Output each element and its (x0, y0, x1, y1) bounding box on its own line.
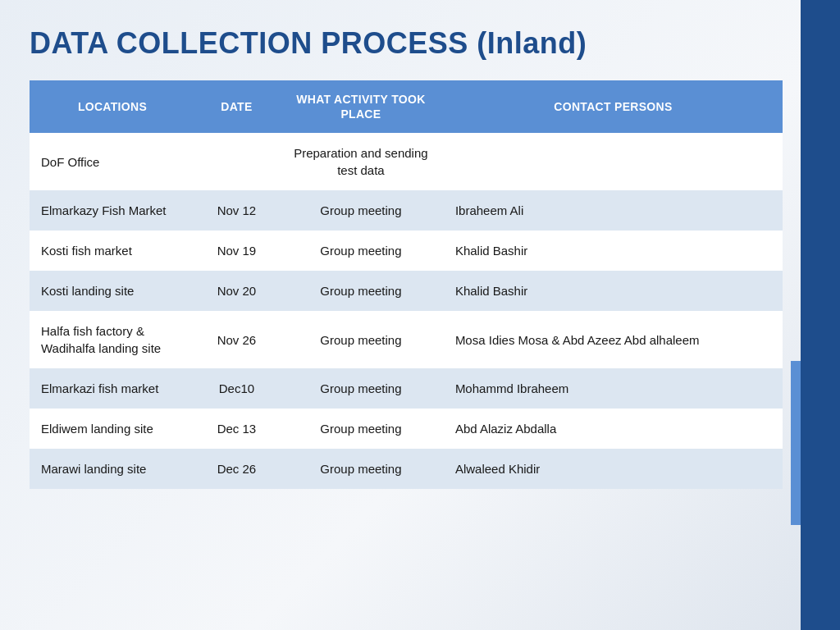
cell-location: Elmarkazi fish market (30, 368, 195, 409)
col-header-contact: CONTACT PERSONS (444, 80, 783, 133)
cell-contact: Ibraheem Ali (444, 190, 783, 231)
cell-date: Nov 19 (195, 231, 278, 271)
main-content: DATA COLLECTION PROCESS (Inland) LOCATIO… (0, 0, 840, 515)
data-table: LOCATIONS DATE WHAT ACTIVITY TOOK PLACE … (30, 80, 783, 489)
table-row: DoF OfficePreparation and sending test d… (30, 133, 783, 190)
cell-contact: Khalid Bashir (444, 231, 783, 271)
cell-activity: Group meeting (278, 409, 444, 449)
cell-contact (444, 133, 783, 190)
table-body: DoF OfficePreparation and sending test d… (30, 133, 783, 489)
cell-contact: Alwaleed Khidir (444, 449, 783, 489)
cell-date: Dec10 (195, 368, 278, 409)
cell-contact: Khalid Bashir (444, 271, 783, 311)
cell-contact: Mosa Idies Mosa & Abd Azeez Abd alhaleem (444, 311, 783, 368)
col-header-locations: LOCATIONS (30, 80, 195, 133)
col-header-activity: WHAT ACTIVITY TOOK PLACE (278, 80, 444, 133)
cell-date (195, 133, 278, 190)
page-title: DATA COLLECTION PROCESS (Inland) (30, 26, 783, 61)
table-row: Eldiwem landing siteDec 13Group meetingA… (30, 409, 783, 449)
cell-date: Nov 20 (195, 271, 278, 311)
table-header-row: LOCATIONS DATE WHAT ACTIVITY TOOK PLACE … (30, 80, 783, 133)
cell-location: Elmarkazy Fish Market (30, 190, 195, 231)
cell-activity: Group meeting (278, 311, 444, 368)
cell-location: Eldiwem landing site (30, 409, 195, 449)
cell-activity: Preparation and sending test data (278, 133, 444, 190)
table-row: Elmarkazi fish marketDec10Group meetingM… (30, 368, 783, 409)
col-header-date: DATE (195, 80, 278, 133)
cell-location: DoF Office (30, 133, 195, 190)
table-row: Kosti landing siteNov 20Group meetingKha… (30, 271, 783, 311)
cell-activity: Group meeting (278, 231, 444, 271)
table-row: Elmarkazy Fish MarketNov 12Group meeting… (30, 190, 783, 231)
cell-activity: Group meeting (278, 449, 444, 489)
cell-date: Nov 26 (195, 311, 278, 368)
cell-activity: Group meeting (278, 190, 444, 231)
table-row: Halfa fish factory & Wadihalfa landing s… (30, 311, 783, 368)
cell-activity: Group meeting (278, 271, 444, 311)
cell-contact: Abd Alaziz Abdalla (444, 409, 783, 449)
cell-contact: Mohammd Ibraheem (444, 368, 783, 409)
table-row: Kosti fish marketNov 19Group meetingKhal… (30, 231, 783, 271)
cell-location: Halfa fish factory & Wadihalfa landing s… (30, 311, 195, 368)
cell-location: Marawi landing site (30, 449, 195, 489)
cell-location: Kosti landing site (30, 271, 195, 311)
cell-activity: Group meeting (278, 368, 444, 409)
cell-location: Kosti fish market (30, 231, 195, 271)
cell-date: Nov 12 (195, 190, 278, 231)
cell-date: Dec 26 (195, 449, 278, 489)
cell-date: Dec 13 (195, 409, 278, 449)
table-row: Marawi landing siteDec 26Group meetingAl… (30, 449, 783, 489)
